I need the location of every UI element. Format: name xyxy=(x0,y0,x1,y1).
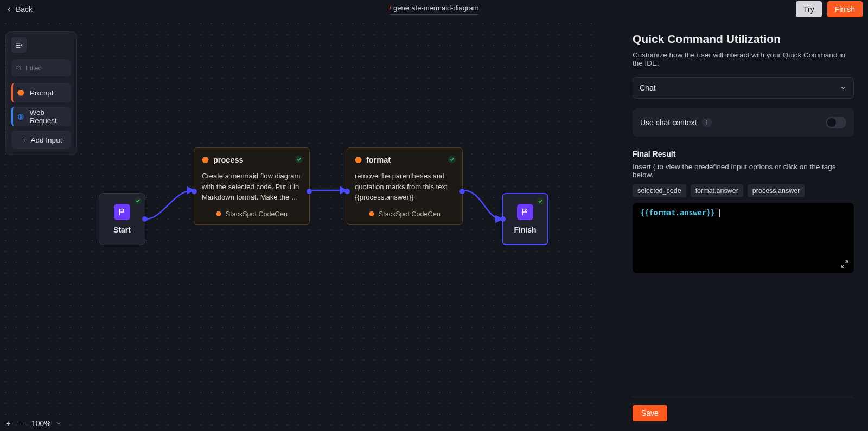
zoom-out-button[interactable]: – xyxy=(17,419,27,428)
tag-selected-code[interactable]: selected_code xyxy=(633,184,686,197)
svg-point-0 xyxy=(17,66,21,69)
hexagon-icon xyxy=(17,90,24,96)
finish-flag-icon xyxy=(517,204,533,220)
palette-item-web-request[interactable]: Web Request xyxy=(11,107,71,126)
node-format[interactable]: format remove the parentheses and quotat… xyxy=(347,147,463,225)
hexagon-icon xyxy=(216,211,221,216)
node-finish[interactable]: Finish xyxy=(502,193,548,245)
node-title: process xyxy=(213,156,244,164)
tag-list: selected_code format.answer process.answ… xyxy=(633,184,854,197)
output-port[interactable] xyxy=(142,216,148,222)
status-ok-icon xyxy=(295,156,303,163)
node-engine: StackSpot CodeGen xyxy=(355,210,455,218)
panel-title: Quick Command Utilization xyxy=(633,33,854,46)
collapse-palette-button[interactable] xyxy=(11,37,27,53)
status-ok-icon xyxy=(537,197,544,205)
zoom-in-button[interactable]: + xyxy=(3,419,13,428)
node-palette: Prompt Web Request Add Input xyxy=(5,31,77,155)
breadcrumb[interactable]: /generate-mermaid-diagram xyxy=(389,4,478,15)
finish-button[interactable]: Finish xyxy=(827,1,863,17)
utilization-select[interactable]: Chat xyxy=(633,77,854,99)
back-label: Back xyxy=(16,5,33,14)
input-port[interactable] xyxy=(192,189,197,194)
plus-icon xyxy=(21,137,28,144)
node-description: Create a mermaid flow diagram with the s… xyxy=(202,171,302,203)
final-result-label: Final Result xyxy=(633,150,854,158)
hexagon-icon xyxy=(202,157,209,163)
node-description: remove the parentheses and quotation mar… xyxy=(355,171,455,203)
editor-content: {{format.answer}} xyxy=(640,208,715,217)
node-label: Finish xyxy=(514,226,536,234)
chevron-down-icon[interactable] xyxy=(55,420,62,427)
search-icon xyxy=(16,64,22,72)
final-result-hint: Insert { to view the predefined input op… xyxy=(633,163,854,179)
flag-icon xyxy=(114,204,130,220)
save-button[interactable]: Save xyxy=(633,405,667,421)
panel-subtitle: Customize how the user will interact wit… xyxy=(633,51,854,67)
filter-input-wrapper[interactable] xyxy=(11,59,71,76)
use-chat-context-row: Use chat context i xyxy=(633,108,854,137)
output-port[interactable] xyxy=(307,189,312,194)
properties-panel: Quick Command Utilization Customize how … xyxy=(618,18,868,431)
flow-canvas[interactable]: Prompt Web Request Add Input Start xyxy=(0,18,597,431)
node-start[interactable]: Start xyxy=(99,193,145,245)
zoom-level: 100% xyxy=(31,419,51,428)
add-input-button[interactable]: Add Input xyxy=(11,131,71,149)
node-label: Start xyxy=(113,226,131,234)
palette-item-prompt[interactable]: Prompt xyxy=(11,83,71,102)
arrow-left-icon xyxy=(5,6,12,13)
back-button[interactable]: Back xyxy=(5,5,33,14)
try-button[interactable]: Try xyxy=(796,1,822,17)
chevron-down-icon xyxy=(839,84,847,92)
node-engine: StackSpot CodeGen xyxy=(202,210,302,218)
info-icon[interactable]: i xyxy=(702,118,712,127)
tag-process-answer[interactable]: process.answer xyxy=(748,184,805,197)
node-process[interactable]: process Create a mermaid flow diagram wi… xyxy=(194,147,310,225)
zoom-controls: + – 100% xyxy=(3,419,62,428)
palette-item-label: Web Request xyxy=(30,108,67,125)
hexagon-icon xyxy=(369,211,374,216)
select-value: Chat xyxy=(640,83,656,92)
add-input-label: Add Input xyxy=(31,136,62,144)
input-port[interactable] xyxy=(344,189,350,194)
use-chat-context-label: Use chat context xyxy=(640,118,697,127)
expand-icon[interactable] xyxy=(840,259,850,269)
breadcrumb-slash: / xyxy=(389,4,391,12)
collapse-icon xyxy=(15,41,23,49)
palette-item-label: Prompt xyxy=(30,89,54,97)
status-ok-icon xyxy=(134,197,142,204)
status-ok-icon xyxy=(448,156,456,163)
output-port[interactable] xyxy=(459,189,465,194)
globe-icon xyxy=(17,113,24,121)
hexagon-icon xyxy=(355,157,362,163)
node-title: format xyxy=(366,156,391,164)
input-port[interactable] xyxy=(500,216,506,222)
tag-format-answer[interactable]: format.answer xyxy=(691,184,743,197)
filter-input[interactable] xyxy=(25,64,67,72)
breadcrumb-name: generate-mermaid-diagram xyxy=(393,4,479,12)
use-chat-context-toggle[interactable] xyxy=(826,117,846,128)
final-result-editor[interactable]: {{format.answer}}| xyxy=(633,203,854,273)
editor-cursor: | xyxy=(717,208,722,217)
